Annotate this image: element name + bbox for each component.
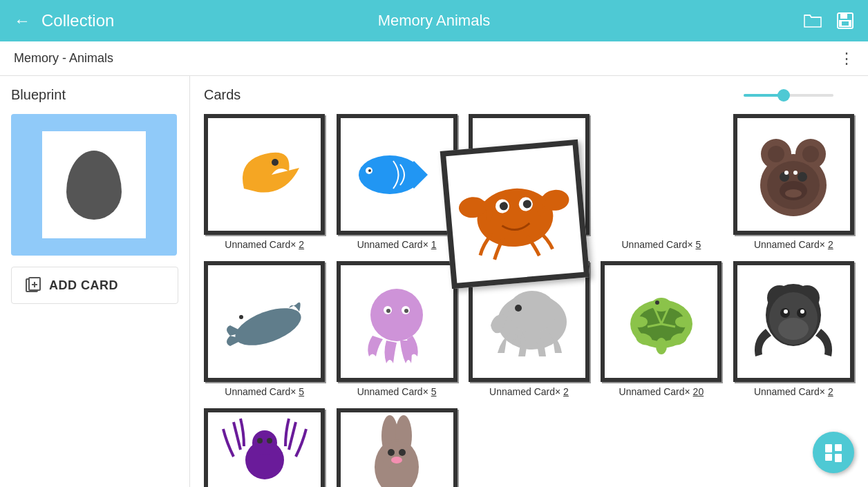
- svg-point-16: [768, 146, 784, 162]
- svg-point-44: [655, 300, 659, 305]
- card-frame[interactable]: [204, 408, 325, 487]
- card-frame[interactable]: [204, 114, 325, 235]
- header-actions: [803, 12, 854, 30]
- svg-point-39: [631, 316, 648, 327]
- svg-point-23: [784, 171, 789, 175]
- app-header: ← Collection Memory Animals: [0, 0, 868, 41]
- card-label: Unnamed Card× 5: [225, 386, 304, 397]
- header-center-title: Memory Animals: [378, 12, 491, 30]
- card-item: Unnamed Card× 5: [204, 261, 325, 397]
- svg-point-22: [785, 189, 802, 198]
- svg-point-30: [386, 309, 390, 313]
- svg-point-40: [675, 316, 692, 327]
- svg-point-20: [798, 172, 807, 182]
- floating-crab-card[interactable]: [440, 140, 590, 289]
- svg-point-55: [252, 430, 277, 455]
- card-label: Unnamed Card× 2: [754, 239, 833, 250]
- svg-rect-74: [835, 444, 842, 451]
- card-item: Unnamed Card×: [204, 408, 325, 487]
- svg-point-27: [239, 315, 243, 319]
- svg-rect-73: [825, 454, 832, 461]
- svg-point-24: [793, 171, 798, 175]
- svg-point-62: [388, 449, 395, 456]
- svg-point-61: [381, 441, 412, 469]
- card-label: Unnamed Card× 5: [621, 239, 701, 250]
- card-item: Unnamed Card× 20: [601, 261, 721, 397]
- svg-point-28: [370, 289, 423, 341]
- svg-point-38: [652, 298, 671, 312]
- slider-track: [744, 94, 833, 97]
- card-label: Unnamed Card× 2: [754, 386, 833, 397]
- svg-point-34: [508, 291, 556, 332]
- card-label: Unnamed Card× 5: [357, 386, 437, 397]
- card-item: Unnamed Card× 1: [336, 114, 457, 250]
- svg-point-56: [257, 438, 263, 443]
- card-frame[interactable]: [733, 114, 854, 235]
- svg-point-35: [515, 305, 522, 312]
- svg-point-57: [267, 438, 272, 443]
- card-frame[interactable]: [337, 408, 457, 487]
- slider-fill: [744, 94, 780, 97]
- svg-rect-75: [835, 454, 842, 462]
- egg-icon: [66, 151, 122, 220]
- svg-point-32: [404, 309, 408, 313]
- svg-point-25: [230, 300, 305, 353]
- blueprint-card[interactable]: [11, 114, 177, 256]
- cards-area: Cards Unnamed Card× 2: [190, 76, 868, 487]
- card-item: Unnamed Card× 5: [336, 261, 457, 397]
- card-frame[interactable]: [204, 261, 325, 382]
- add-card-button[interactable]: ADD CARD: [11, 267, 178, 304]
- svg-point-9: [359, 155, 421, 194]
- save-icon[interactable]: [836, 12, 854, 30]
- back-button[interactable]: ←: [14, 11, 30, 30]
- svg-point-49: [778, 318, 809, 340]
- card-label: Unnamed Card× 2: [225, 239, 304, 250]
- slider-thumb[interactable]: [777, 89, 790, 102]
- svg-point-53: [800, 309, 804, 314]
- card-frame[interactable]: [337, 261, 457, 382]
- card-item: Unnamed Card× 2: [204, 114, 325, 250]
- main-content: Blueprint ADD CARD Cards: [0, 76, 868, 487]
- svg-point-17: [802, 146, 819, 162]
- card-label: Unnamed Card× 1: [357, 239, 437, 250]
- cards-header: Cards: [204, 87, 854, 103]
- svg-point-63: [399, 449, 406, 456]
- card-item: Unnamed Card× 2: [733, 114, 854, 250]
- fab-button[interactable]: [813, 432, 854, 473]
- card-item: Unnamed Card× 2: [733, 261, 854, 397]
- add-card-label: ADD CARD: [49, 278, 118, 293]
- sub-header-title: Memory - Animals: [14, 51, 113, 66]
- cards-label: Cards: [204, 87, 240, 103]
- svg-rect-1: [840, 13, 847, 19]
- sub-header: Memory - Animals ⋮: [0, 41, 868, 76]
- svg-rect-72: [825, 444, 832, 452]
- card-item: Unnamed Card× 5: [601, 114, 721, 250]
- add-card-icon: [26, 277, 42, 294]
- card-label: Unnamed Card× 20: [619, 386, 704, 397]
- svg-rect-3: [842, 21, 849, 26]
- sidebar: Blueprint ADD CARD: [0, 76, 190, 487]
- svg-point-64: [391, 457, 402, 464]
- blueprint-inner: [42, 131, 146, 238]
- card-item: Unnamed Card×: [336, 408, 457, 487]
- card-frame[interactable]: [337, 114, 457, 235]
- svg-point-52: [784, 309, 788, 314]
- folder-icon[interactable]: [803, 12, 822, 29]
- card-frame[interactable]: [733, 261, 854, 382]
- zoom-slider[interactable]: [744, 94, 854, 97]
- svg-point-43: [656, 338, 667, 354]
- header-title: Collection: [41, 11, 114, 30]
- more-options-button[interactable]: ⋮: [839, 50, 854, 68]
- card-label: Unnamed Card× 2: [489, 386, 569, 397]
- card-frame[interactable]: [601, 261, 721, 382]
- blueprint-label: Blueprint: [11, 87, 178, 103]
- svg-point-11: [368, 169, 371, 172]
- svg-point-8: [272, 159, 279, 166]
